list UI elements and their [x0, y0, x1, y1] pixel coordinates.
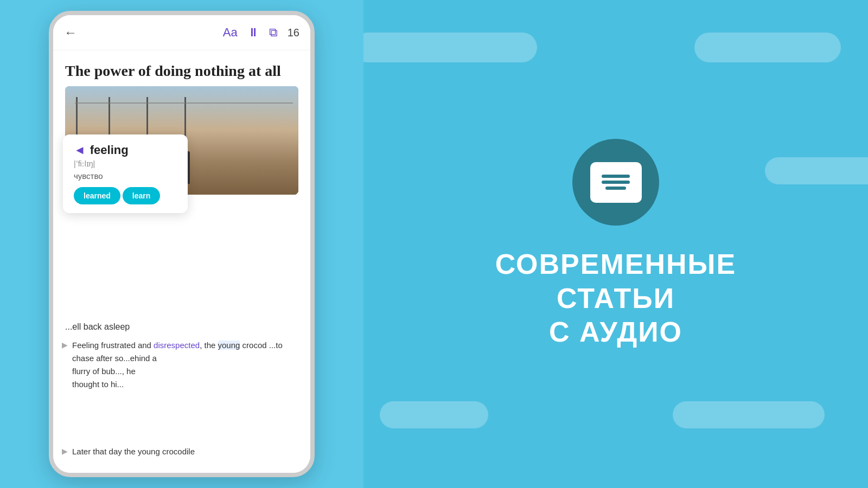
page-number: 16 — [288, 27, 299, 39]
cloud-decoration-5 — [673, 401, 825, 428]
text-dots3: ... — [117, 380, 124, 389]
pause-icon[interactable]: ⏸ — [247, 25, 259, 40]
right-panel-title: СОВРЕМЕННЫЕ СТАТЬИ С АУДИО — [495, 247, 736, 349]
icon-line-3 — [605, 187, 626, 190]
word-feeling-text: feeling — [90, 143, 129, 157]
cloud-decoration-1 — [363, 33, 537, 62]
bullet-text-1: Feeling frustrated and disrespected, the… — [72, 339, 283, 391]
left-panel: ← Aa ⏸ ⧉ 16 The power of doing nothing a… — [0, 0, 363, 488]
article-title: The power of doing nothing at all — [53, 50, 310, 86]
top-bar: ← Aa ⏸ ⧉ 16 — [53, 15, 310, 50]
copy-icon[interactable]: ⧉ — [269, 25, 278, 40]
popup-translation-feeling: чувство — [74, 171, 177, 181]
btn-learned-feeling[interactable]: learned — [74, 187, 120, 204]
text-excerpt: ...ell back asleep — [65, 322, 130, 331]
phone-mockup: ← Aa ⏸ ⧉ 16 The power of doing nothing a… — [49, 11, 315, 477]
title-line-2: СТАТЬИ — [495, 281, 736, 315]
popup-buttons-feeling: learned learn — [74, 187, 177, 204]
top-icons: Aa ⏸ ⧉ 16 — [223, 25, 299, 40]
title-line-1: СОВРЕМЕННЫЕ — [495, 247, 736, 281]
article-content: The power of doing nothing at all — [53, 50, 310, 473]
btn-learn-feeling[interactable]: learn — [123, 187, 160, 204]
app-icon — [572, 139, 659, 226]
cloud-decoration-4 — [380, 401, 488, 428]
article-text-excerpt: ...ell back asleep — [65, 319, 298, 334]
article-text-area: ...ell back asleep — [53, 314, 310, 334]
speaker-icon-feeling[interactable]: ◄ — [74, 143, 86, 157]
text-dots1: ... — [123, 354, 130, 363]
popup-phonetic-feeling: |ˈfiːlɪŋ| — [74, 159, 177, 168]
bullet-section: ▶ Feeling frustrated and disrespected, t… — [53, 335, 310, 467]
cloud-decoration-2 — [694, 33, 841, 62]
bullet-item-1: ▶ Feeling frustrated and disrespected, t… — [62, 339, 302, 391]
bullet-item-2: ▶ Later that day the young crocodile — [62, 445, 302, 458]
text-dots2: ... — [115, 367, 122, 376]
font-size-icon[interactable]: Aa — [223, 25, 238, 40]
title-line-3: С АУДИО — [495, 315, 736, 349]
bullet-arrow-1: ▶ — [62, 341, 68, 349]
popup-feeling: ◄ feeling |ˈfiːlɪŋ| чувство learned lear… — [63, 134, 188, 213]
cloud-decoration-3 — [765, 157, 868, 184]
icon-line-1 — [602, 175, 630, 178]
word-young-selected[interactable]: young — [218, 341, 240, 350]
word-disrespected[interactable]: disrespected — [154, 341, 200, 350]
bullet-text-2: Later that day the young crocodile — [72, 445, 195, 458]
popup-word-feeling: ◄ feeling — [74, 143, 177, 157]
phone-screen: ← Aa ⏸ ⧉ 16 The power of doing nothing a… — [53, 15, 310, 473]
right-panel: СОВРЕМЕННЫЕ СТАТЬИ С АУДИО — [363, 0, 868, 488]
text-to: ...to — [269, 341, 283, 350]
bullet-arrow-2: ▶ — [62, 447, 68, 455]
icon-line-2 — [602, 181, 630, 184]
back-button[interactable]: ← — [64, 25, 77, 40]
app-icon-inner — [590, 162, 642, 203]
